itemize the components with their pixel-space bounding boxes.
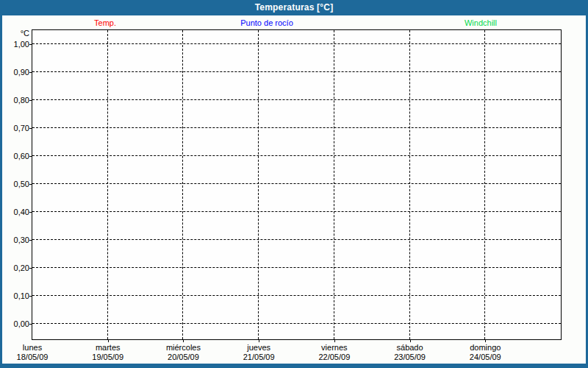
y-tick-label: 0,70 (2, 123, 29, 133)
x-axis-tick (259, 339, 259, 342)
x-day-date: 19/05/09 (92, 353, 123, 362)
y-tick-label: 0,80 (2, 95, 29, 105)
y-axis-tick (29, 184, 32, 185)
x-day-name: domingo (470, 343, 501, 353)
x-day-name: jueves (243, 343, 275, 353)
x-day-name: viernes (318, 343, 350, 353)
x-axis-tick (108, 339, 109, 342)
y-axis-tick (29, 212, 32, 213)
y-tick-label: 1,00 (2, 39, 29, 49)
x-day-label: sábado23/05/09 (394, 343, 426, 362)
y-tick-label: 0,40 (2, 207, 29, 217)
x-day-label: viernes22/05/09 (318, 343, 350, 362)
y-axis-tick (29, 156, 32, 157)
x-day-name: lunes (17, 343, 49, 353)
y-tick-label: 0,00 (2, 319, 29, 329)
y-tick-label: 0,90 (2, 67, 29, 77)
y-axis-tick (29, 296, 32, 297)
x-day-label: jueves21/05/09 (243, 343, 275, 362)
y-axis-tick (29, 324, 32, 325)
series-layer (32, 30, 561, 339)
y-axis-tick (29, 44, 32, 45)
x-day-date: 18/05/09 (17, 353, 49, 362)
y-axis-tick (29, 240, 32, 241)
legend-item-dew-point: Punto de rocío (240, 18, 293, 28)
x-day-date: 24/05/09 (470, 353, 501, 362)
x-day-date: 21/05/09 (243, 353, 275, 362)
x-day-date: 23/05/09 (394, 353, 426, 362)
y-tick-label: 0,20 (2, 263, 29, 273)
x-day-name: martes (92, 343, 123, 353)
legend-item-temp: Temp. (94, 18, 116, 28)
x-day-date: 22/05/09 (318, 353, 350, 362)
x-axis-tick (410, 339, 411, 342)
y-tick-label: 0,10 (2, 291, 29, 301)
title-bar: Temperaturas [°C] (0, 0, 588, 15)
y-tick-label: 0,50 (2, 179, 29, 189)
y-axis-tick (29, 100, 32, 101)
x-day-name: sábado (394, 343, 426, 353)
x-day-name: miércoles (166, 343, 201, 353)
x-axis-tick (485, 339, 486, 342)
y-axis-tick (29, 72, 32, 73)
x-day-label: martes19/05/09 (92, 343, 123, 362)
x-day-date: 20/05/09 (166, 353, 201, 362)
y-tick-label: 0,60 (2, 151, 29, 161)
y-tick-label: 0,30 (2, 235, 29, 245)
x-day-label: domingo24/05/09 (470, 343, 501, 362)
legend-item-windchill: Windchill (465, 18, 497, 28)
x-day-label: miércoles20/05/09 (166, 343, 201, 362)
x-day-label: lunes18/05/09 (17, 343, 49, 362)
chart-title: Temperaturas [°C] (255, 2, 334, 13)
y-axis-tick (29, 268, 32, 269)
y-axis-unit-label: °C (2, 29, 29, 38)
chart-window: Temperaturas [°C] Temp. Punto de rocío W… (0, 0, 588, 368)
x-axis-tick (334, 339, 335, 342)
plot-area (32, 29, 562, 340)
y-axis-tick (29, 128, 32, 129)
x-axis-tick (183, 339, 184, 342)
